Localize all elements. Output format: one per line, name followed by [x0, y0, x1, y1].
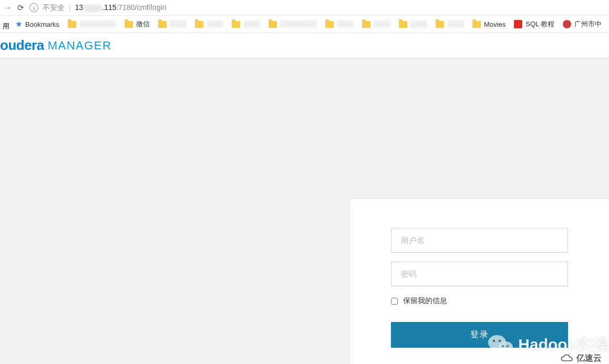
- bookmark-folder[interactable]: [229, 18, 263, 30]
- remember-me-checkbox[interactable]: [391, 298, 398, 305]
- folder-icon: [362, 21, 370, 28]
- folder-icon: [269, 21, 277, 28]
- redacted-label: [280, 20, 317, 28]
- svg-point-1: [498, 341, 513, 353]
- bookmark-sql[interactable]: SQL 教程: [511, 17, 557, 31]
- site-icon: [514, 20, 522, 28]
- info-icon[interactable]: i: [29, 3, 38, 12]
- star-icon: ★: [15, 19, 22, 29]
- app-header: oudera MANAGER: [0, 33, 609, 58]
- bookmark-gz[interactable]: 广州市中: [560, 17, 604, 31]
- bookmark-folder[interactable]: [359, 18, 393, 30]
- redacted-label: [374, 20, 390, 28]
- folder-icon: [399, 21, 407, 28]
- folder-icon: [68, 21, 76, 28]
- svg-point-5: [507, 345, 509, 347]
- yisuyun-watermark: 亿速云: [561, 353, 602, 364]
- separator: |: [69, 4, 71, 12]
- logo-primary: oudera: [0, 37, 44, 54]
- folder-label: Movies: [484, 20, 505, 28]
- main-area: 保留我的信息 登录 Hadoop实操 亿速云: [0, 58, 609, 364]
- bookmark-folder[interactable]: [266, 18, 319, 30]
- folder-icon: [195, 21, 203, 28]
- apps-shortcut[interactable]: 用: [3, 22, 9, 27]
- folder-icon: [232, 21, 240, 28]
- bookmark-folder[interactable]: [192, 18, 226, 30]
- folder-icon: [325, 21, 334, 28]
- bookmarks-bar: 用 ★ Bookmarks 微信 Movies SQL 教程 广州市中: [0, 16, 609, 33]
- site-label: SQL 教程: [525, 19, 554, 29]
- redacted-label: [447, 20, 464, 28]
- folder-icon: [472, 21, 481, 28]
- site-icon: [563, 20, 571, 28]
- redacted-label: [410, 20, 427, 28]
- folder-icon: [158, 21, 167, 28]
- bookmark-movies[interactable]: Movies: [470, 18, 508, 30]
- redacted-label: [207, 20, 223, 28]
- forward-icon[interactable]: →: [3, 3, 12, 13]
- bookmark-folder[interactable]: [65, 18, 119, 30]
- folder-icon: [436, 21, 444, 28]
- logo-secondary: MANAGER: [48, 39, 112, 53]
- username-input[interactable]: [391, 228, 568, 253]
- bookmark-folder[interactable]: [156, 18, 189, 30]
- redacted-segment: [83, 5, 102, 12]
- password-input[interactable]: [391, 262, 568, 286]
- app-logo[interactable]: oudera MANAGER: [0, 37, 111, 54]
- url-omnibox[interactable]: i 不安全 | 13.115:7180/cmf/login: [29, 3, 166, 13]
- folder-icon: [125, 21, 133, 28]
- bookmarks-label: Bookmarks: [25, 20, 59, 28]
- bookmark-folder[interactable]: [433, 18, 467, 30]
- remember-me-row[interactable]: 保留我的信息: [391, 296, 568, 306]
- bookmarks-menu[interactable]: ★ Bookmarks: [13, 17, 62, 31]
- redacted-label: [337, 20, 354, 28]
- wechat-watermark: Hadoop实操: [488, 334, 608, 356]
- reload-icon[interactable]: ⟳: [17, 3, 24, 13]
- svg-point-2: [493, 340, 495, 342]
- redacted-label: [243, 20, 260, 28]
- redacted-label: [79, 20, 116, 28]
- bookmark-folder[interactable]: [396, 18, 430, 30]
- folder-label: 微信: [136, 19, 150, 29]
- cloud-icon: [561, 354, 573, 363]
- redacted-label: [170, 20, 187, 28]
- site-label: 广州市中: [574, 19, 602, 29]
- security-label: 不安全: [43, 3, 65, 13]
- svg-point-3: [499, 340, 501, 342]
- browser-url-bar: → ⟳ i 不安全 | 13.115:7180/cmf/login: [0, 0, 609, 16]
- bookmark-folder[interactable]: 微信: [122, 17, 152, 31]
- url-text: 13.115:7180/cmf/login: [75, 3, 167, 12]
- bookmark-folder[interactable]: [323, 18, 356, 30]
- wechat-text: Hadoop实操: [518, 334, 608, 356]
- yisuyun-text: 亿速云: [576, 353, 602, 364]
- wechat-icon: [488, 334, 514, 356]
- svg-point-4: [502, 345, 504, 347]
- remember-label: 保留我的信息: [403, 296, 447, 306]
